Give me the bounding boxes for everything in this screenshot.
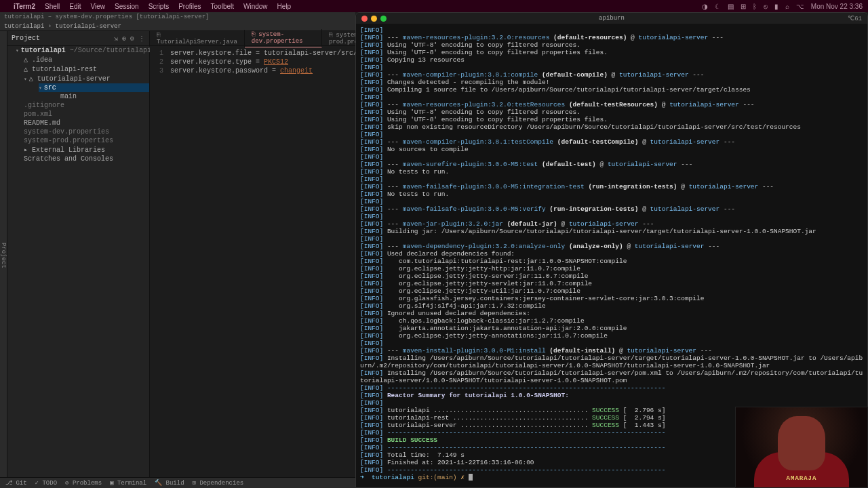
collapse-icon[interactable]: ⇲ [114, 35, 118, 43]
term-line: [INFO] Installing /Users/apiburn/Source/… [360, 354, 863, 369]
term-line: [INFO] --- maven-install-plugin:3.0.0-M1… [360, 347, 863, 354]
tree-item[interactable]: ▸ External Libraries [24, 145, 149, 155]
shirt-text: AMARAJA [787, 475, 817, 482]
term-line: [INFO] --- maven-resources-plugin:3.2.0:… [360, 34, 863, 41]
term-line: [INFO] --- maven-compiler-plugin:3.8.1:c… [360, 71, 863, 79]
tree-item[interactable]: system-dev.properties [24, 127, 149, 136]
status-icon[interactable]: ☾ [715, 3, 721, 10]
menu-session[interactable]: Session [115, 3, 139, 10]
ide-status-bar: ⎇ Git ✓ TODO ⊘ Problems ▣ Terminal 🔨 Bui… [0, 477, 355, 488]
tab[interactable]: ⎘ TutorialApiServer.java [150, 30, 245, 47]
menu-edit[interactable]: Edit [69, 3, 81, 10]
term-line: [INFO] --- maven-jar-plugin:3.2.0:jar (d… [360, 220, 863, 228]
status-icon[interactable]: ▤ [728, 3, 734, 10]
term-line: [INFO] org.eclipse.jetty:jetty-http:jar:… [360, 265, 863, 272]
term-line: [INFO] org.eclipse.jetty:jetty-annotatio… [360, 332, 863, 340]
term-line: [INFO] Installing /Users/apiburn/Source/… [360, 369, 863, 384]
status-build[interactable]: 🔨 Build [155, 479, 184, 487]
tree-item[interactable]: .gitignore [24, 101, 149, 110]
term-line: [INFO] [360, 64, 863, 71]
term-line: [INFO] --- maven-failsafe-plugin:3.0.0-M… [360, 205, 863, 213]
status-deps[interactable]: ⊞ Dependencies [193, 479, 244, 487]
tree-item[interactable]: △ tutorialapi-server [24, 74, 149, 83]
menu-profiles[interactable]: Profiles [178, 3, 201, 10]
macos-menubar: iTerm2 ShellEditViewSessionScriptsProfil… [0, 0, 868, 12]
bluetooth-icon[interactable]: ᛒ [753, 3, 757, 10]
term-line: [INFO] [360, 94, 863, 101]
tree-item[interactable]: Scratches and Consoles [24, 155, 149, 163]
wifi-icon[interactable]: ⎋ [764, 3, 768, 10]
menu-toolbelt[interactable]: Toolbelt [211, 3, 234, 10]
project-label[interactable]: Project [12, 35, 40, 42]
term-line: [INFO] --- maven-resources-plugin:3.2.0:… [360, 101, 863, 108]
status-terminal[interactable]: ▣ Terminal [110, 479, 146, 487]
term-line: [INFO] org.slf4j:slf4j-api:jar:1.7.32:co… [360, 302, 863, 310]
terminal-titlebar[interactable]: apiburn ℃61 [356, 13, 867, 24]
term-line: [INFO] Changes detected - recompiling th… [360, 79, 863, 86]
term-line: [INFO] ch.qos.logback:logback-classic:ja… [360, 317, 863, 325]
term-line: [INFO] org.glassfish.jersey.containers:j… [360, 295, 863, 302]
status-todo[interactable]: ✓ TODO [35, 479, 57, 487]
term-line: [INFO] Reactor Summary for tutorialapi 1… [360, 392, 863, 399]
term-line: [INFO] No tests to run. [360, 190, 863, 198]
tree-item[interactable]: src [39, 83, 149, 92]
tree-item[interactable]: main [60, 92, 149, 101]
term-line: [INFO] [360, 131, 863, 138]
term-line: [INFO] Using 'UTF-8' encoding to copy fi… [360, 41, 863, 49]
tree-item[interactable]: system-prod.properties [24, 136, 149, 145]
term-line: [INFO] Ignored unused declared dependenc… [360, 310, 863, 317]
term-line: [INFO] [360, 213, 863, 220]
term-line: [INFO] com.tutorialapi:tutorialapi-rest:… [360, 258, 863, 265]
term-line: [INFO] --- maven-compiler-plugin:3.8.1:t… [360, 138, 863, 146]
term-line: [INFO] ---------------------------------… [360, 384, 863, 392]
term-line: [INFO] org.eclipse.jetty:jetty-server:ja… [360, 272, 863, 280]
term-line: [INFO] Building jar: /Users/apiburn/Sour… [360, 228, 863, 235]
term-line: [INFO] org.eclipse.jetty:jetty-util:jar:… [360, 287, 863, 295]
status-git[interactable]: ⎇ Git [5, 479, 27, 487]
project-tree[interactable]: Project ⇲ ⊕ ⚙ ⋮ tutorialapi ~/Source/tut… [7, 31, 150, 477]
status-icon[interactable]: ◑ [702, 3, 708, 10]
term-line: [INFO] --- maven-surefire-plugin:3.0.0-M… [360, 161, 863, 168]
ide-title: tutorialapi – system-dev.properties [tut… [0, 12, 355, 22]
menu-view[interactable]: View [91, 3, 106, 10]
tree-item[interactable]: README.md [24, 119, 149, 127]
tab[interactable]: ⎘ system-dev.properties [245, 29, 322, 47]
term-line: [INFO] [360, 198, 863, 205]
scroll-icon[interactable]: ⊕ [122, 35, 126, 43]
terminal-title: apiburn [356, 15, 867, 22]
term-line: [INFO] jakarta.annotation:jakarta.annota… [360, 325, 863, 332]
status-problems[interactable]: ⊘ Problems [65, 479, 102, 487]
line-numbers: 123 [150, 46, 167, 477]
tree-item[interactable]: △ .idea [24, 55, 149, 64]
menu-help[interactable]: Help [277, 3, 292, 10]
clock[interactable]: Mon Nov 22 3:36 [811, 3, 863, 10]
term-line: [INFO] [360, 153, 863, 161]
search-icon[interactable]: ⌕ [785, 3, 789, 10]
term-line: [INFO] [360, 26, 863, 34]
battery-icon[interactable]: ▮ [774, 3, 778, 10]
term-line: [INFO] Compiling 1 source file to /Users… [360, 86, 863, 94]
tree-item[interactable]: pom.xml [24, 110, 149, 119]
terminal-badge: ℃61 [848, 15, 862, 22]
tree-root[interactable]: tutorialapi ~/Source/tutorialapi [16, 46, 149, 55]
term-line: [INFO] org.eclipse.jetty:jetty-servlet:j… [360, 280, 863, 287]
term-line: [INFO] Using 'UTF-8' encoding to copy fi… [360, 116, 863, 123]
term-line: [INFO] [360, 235, 863, 243]
menu-scripts[interactable]: Scripts [149, 3, 170, 10]
hide-icon[interactable]: ⚙ [130, 35, 134, 43]
term-line: [INFO] [360, 399, 863, 407]
status-icon[interactable]: ⊞ [741, 3, 746, 10]
ide-window: tutorialapi – system-dev.properties [tut… [0, 12, 355, 488]
term-line: [INFO] --- maven-failsafe-plugin:3.0.0-M… [360, 183, 863, 190]
app-name[interactable]: iTerm2 [14, 3, 35, 10]
gear-icon[interactable]: ⋮ [138, 35, 145, 43]
term-line: [INFO] Used declared dependencies found: [360, 250, 863, 258]
tree-item[interactable]: △ tutorialapi-rest [24, 64, 149, 74]
control-center-icon[interactable]: ⌥ [796, 3, 804, 10]
ide-gutter[interactable]: Project [0, 31, 7, 477]
menu-window[interactable]: Window [243, 3, 268, 10]
webcam-overlay: AMARAJA [735, 407, 868, 488]
menu-shell[interactable]: Shell [45, 3, 60, 10]
term-line: [INFO] [360, 176, 863, 183]
menubar-right: ◑ ☾ ▤ ⊞ ᛒ ⎋ ▮ ⌕ ⌥ Mon Nov 22 3:36 [702, 3, 863, 10]
